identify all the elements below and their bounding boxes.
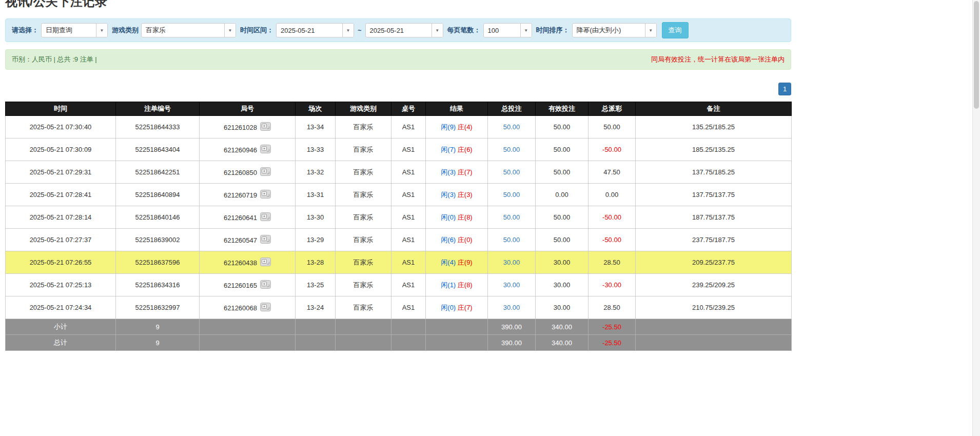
date-from-select[interactable]: 2025-05-21 ▼ (276, 23, 354, 37)
cell-bet-number: 522518632997 (116, 296, 200, 319)
cell-total-bet-link[interactable]: 30.00 (488, 251, 536, 274)
cell-payout: -30.00 (589, 274, 636, 296)
cell-session: 13-31 (296, 184, 336, 206)
cell-session: 13-29 (296, 229, 336, 251)
round-detail-icon[interactable] (260, 303, 271, 313)
cell-valid-bet: 0.00 (536, 184, 589, 206)
cell-time: 2025-05-21 07:26:55 (6, 251, 116, 274)
table-row: 2025-05-21 07:28:14522518640146621260641… (6, 206, 792, 229)
cell-payout: 28.50 (589, 296, 636, 319)
subtotal-row-session (296, 319, 336, 335)
round-number: 621260946 (224, 146, 257, 153)
valid-bet-notice-text: 同局有效投注，统一计算在该局第一张注单内 (651, 55, 785, 64)
result-banker: 庄(7) (458, 304, 473, 311)
cell-total-bet-link[interactable]: 50.00 (488, 229, 536, 251)
cell-game-type: 百家乐 (336, 161, 391, 184)
round-detail-icon[interactable] (260, 235, 271, 245)
table-row: 2025-05-21 07:24:34522518632997621260068… (6, 296, 792, 319)
cell-total-bet-link[interactable]: 50.00 (488, 138, 536, 161)
cell-session: 13-25 (296, 274, 336, 296)
cell-game-type: 百家乐 (336, 251, 391, 274)
result-player: 闲(7) (441, 146, 456, 153)
column-header-4: 场次 (296, 102, 336, 116)
game-type-select[interactable]: 百家乐 ▼ (141, 23, 236, 37)
result-player: 闲(3) (441, 168, 456, 176)
cell-total-bet-link[interactable]: 30.00 (488, 274, 536, 296)
cell-game-type: 百家乐 (336, 296, 391, 319)
cell-total-bet-link[interactable]: 50.00 (488, 184, 536, 206)
column-header-3: 局号 (200, 102, 296, 116)
cell-valid-bet: 50.00 (536, 229, 589, 251)
cell-bet-number: 522518644333 (116, 116, 200, 138)
cell-game-type: 百家乐 (336, 184, 391, 206)
result-player: 闲(0) (441, 304, 456, 311)
cell-round-number: 621260547 (200, 229, 296, 251)
page-1-button[interactable]: 1 (778, 83, 791, 95)
cell-game-type: 百家乐 (336, 206, 391, 229)
search-button[interactable]: 查询 (662, 22, 689, 38)
game-type-label: 游戏类别 (112, 26, 139, 35)
cell-valid-bet: 30.00 (536, 296, 589, 319)
round-detail-icon[interactable] (260, 145, 271, 155)
cell-time: 2025-05-21 07:28:14 (6, 206, 116, 229)
cell-result: 闲(7) 庄(6) (426, 138, 488, 161)
column-header-9: 有效投注 (536, 102, 589, 116)
cell-bet-number: 522518640894 (116, 184, 200, 206)
round-detail-icon[interactable] (260, 257, 271, 268)
cell-payout: 50.00 (589, 116, 636, 138)
table-header-row: 时间注单编号局号场次游戏类别桌号结果总投注有效投注总派彩备注 (6, 102, 792, 116)
cell-total-bet-link[interactable]: 30.00 (488, 296, 536, 319)
cell-payout: -50.00 (589, 206, 636, 229)
cell-total-bet-link[interactable]: 50.00 (488, 206, 536, 229)
total-row-table (391, 335, 426, 351)
sort-order-select[interactable]: 降幂(由大到小) ▼ (572, 23, 657, 37)
cell-game-type: 百家乐 (336, 138, 391, 161)
scrollbar-thumb[interactable] (974, 1, 979, 109)
cell-result: 闲(0) 庄(8) (426, 206, 488, 229)
cell-round-number: 621260165 (200, 274, 296, 296)
cell-round-number: 621260946 (200, 138, 296, 161)
total-row-total-bet: 390.00 (488, 335, 536, 351)
chevron-down-icon: ▼ (224, 24, 236, 37)
total-row-payout: -25.50 (589, 335, 636, 351)
chevron-down-icon: ▼ (645, 24, 656, 37)
round-number: 621260068 (224, 304, 257, 311)
bet-records-table: 时间注单编号局号场次游戏类别桌号结果总投注有效投注总派彩备注 2025-05-2… (5, 102, 792, 351)
cell-session: 13-33 (296, 138, 336, 161)
result-banker: 庄(4) (458, 123, 473, 131)
subtotal-row-result (426, 319, 488, 335)
chevron-down-icon: ▼ (96, 24, 107, 37)
vertical-scrollbar[interactable] (972, 0, 980, 436)
cell-bet-number: 522518643404 (116, 138, 200, 161)
round-detail-icon[interactable] (260, 122, 271, 132)
cell-session: 13-32 (296, 161, 336, 184)
round-number: 621260165 (224, 281, 257, 289)
table-row: 2025-05-21 07:30:09522518643404621260946… (6, 138, 792, 161)
cell-total-bet-link[interactable]: 50.00 (488, 116, 536, 138)
cell-valid-bet: 30.00 (536, 274, 589, 296)
cell-total-bet-link[interactable]: 50.00 (488, 161, 536, 184)
round-detail-icon[interactable] (260, 280, 271, 290)
page-size-select[interactable]: 100 ▼ (483, 23, 532, 37)
sort-order-label: 时间排序： (536, 26, 570, 35)
round-detail-icon[interactable] (260, 167, 271, 177)
table-row: 2025-05-21 07:27:37522518639002621260547… (6, 229, 792, 251)
date-to-select[interactable]: 2025-05-21 ▼ (365, 23, 443, 37)
cell-remark: 187.75/137.75 (636, 206, 792, 229)
subtotal-row-payout: -25.50 (589, 319, 636, 335)
cell-payout: -50.00 (589, 138, 636, 161)
cell-valid-bet: 30.00 (536, 251, 589, 274)
round-detail-icon[interactable] (260, 190, 271, 200)
query-type-select[interactable]: 日期查询 ▼ (41, 23, 108, 37)
cell-table-number: AS1 (391, 274, 426, 296)
cell-valid-bet: 50.00 (536, 116, 589, 138)
cell-result: 闲(6) 庄(0) (426, 229, 488, 251)
round-number: 621260641 (224, 213, 257, 221)
cell-payout: 0.00 (589, 184, 636, 206)
cell-remark: 210.75/239.25 (636, 296, 792, 319)
cell-time: 2025-05-21 07:24:34 (6, 296, 116, 319)
round-detail-icon[interactable] (260, 212, 271, 223)
column-header-7: 结果 (426, 102, 488, 116)
round-number: 621260438 (224, 259, 257, 266)
cell-time: 2025-05-21 07:29:31 (6, 161, 116, 184)
